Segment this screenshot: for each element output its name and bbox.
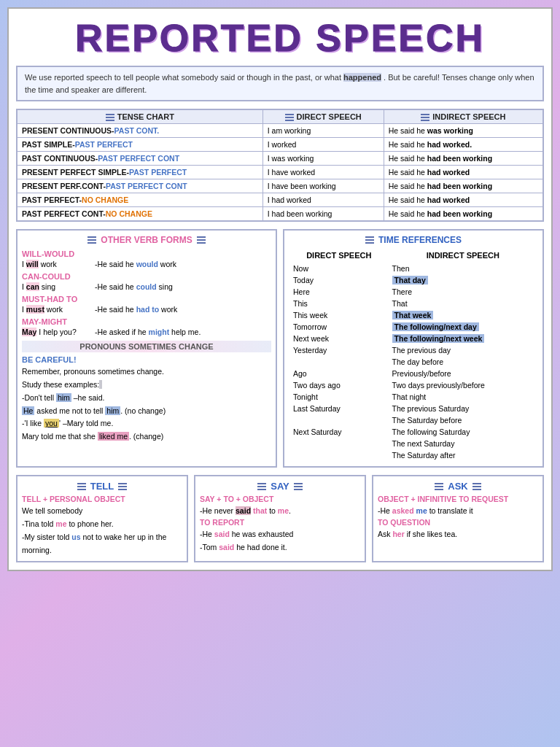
time-indirect: That bbox=[389, 298, 537, 309]
bottom-section: TELL TELL + PERSONAL OBJECT We tell some… bbox=[16, 475, 544, 562]
page-title: REPORTED SPEECH bbox=[16, 16, 544, 60]
say-box: SAY SAY + TO + OBJECT -He never said tha… bbox=[194, 475, 366, 562]
ask-box: ASK OBJECT + INFINITIVE TO REQUEST -He a… bbox=[372, 475, 544, 562]
verb-category-name: MUST-HAD TO bbox=[22, 295, 271, 303]
tense-chart-header: TENSE CHART bbox=[117, 112, 174, 121]
indirect-cell: He said he had worked bbox=[384, 193, 543, 207]
verb-row: I can sing-He said he could sing bbox=[22, 282, 271, 291]
indirect-speech-header: INDIRECT SPEECH bbox=[432, 112, 505, 121]
direct-speech-header: DIRECT SPEECH bbox=[297, 112, 362, 121]
time-indirect: Two days previously/before bbox=[389, 380, 537, 390]
time-direct: Now bbox=[290, 263, 388, 274]
indirect-cell: He said he had worked. bbox=[384, 138, 543, 152]
verb-category-name: MAY-MIGHT bbox=[22, 317, 271, 326]
indirect-cell: He said he had been working bbox=[384, 207, 543, 222]
time-indirect: The following/next day bbox=[389, 322, 537, 332]
tell-header: TELL bbox=[22, 481, 182, 492]
verb-row: I will work-He said he would work bbox=[22, 260, 271, 268]
time-direct bbox=[290, 415, 388, 425]
time-indirect: There bbox=[389, 287, 537, 297]
time-ref-header: TIME REFERENCES bbox=[289, 235, 538, 245]
direct-cell: I have been working bbox=[262, 179, 384, 193]
time-col2: INDIRECT SPEECH bbox=[389, 251, 537, 262]
time-indirect: The following/next week bbox=[389, 333, 537, 344]
direct-cell: I had worked bbox=[262, 193, 384, 207]
verb-row: May I help you?-He asked if he might hel… bbox=[22, 328, 271, 336]
time-direct: Yesterday bbox=[290, 345, 388, 355]
time-direct: This bbox=[290, 298, 388, 309]
time-indirect: The day before bbox=[389, 357, 537, 367]
direct-cell: I am working bbox=[262, 124, 384, 138]
time-direct: Next week bbox=[290, 333, 388, 344]
tense-cell: PAST SIMPLE-PAST PERFECT bbox=[17, 138, 262, 152]
direct-cell: I was working bbox=[262, 152, 384, 166]
tense-cell: PRESENT CONTINUOUS-PAST CONT. bbox=[17, 124, 262, 138]
intro-text2: happened bbox=[343, 73, 381, 82]
lower-section: OTHER VERB FORMS WILL-WOULDI will work-H… bbox=[16, 229, 544, 468]
direct-cell: I had been working bbox=[262, 207, 384, 222]
verb-category-block: MAY-MIGHTMay I help you?-He asked if he … bbox=[22, 317, 271, 336]
time-indirect: Previously/before bbox=[389, 368, 537, 379]
verb-forms-header: OTHER VERB FORMS bbox=[22, 235, 271, 245]
verb-row: I must work-He said he had to work bbox=[22, 305, 271, 314]
time-direct bbox=[290, 357, 388, 367]
direct-cell: I worked bbox=[262, 138, 384, 152]
say-header: SAY bbox=[200, 481, 360, 492]
intro-box: We use reported speech to tell people wh… bbox=[16, 66, 544, 101]
intro-text1: We use reported speech to tell people wh… bbox=[25, 73, 341, 82]
tense-cell: PRESENT PERF.CONT-PAST PERFECT CONT bbox=[17, 179, 262, 193]
direct-cell: I have worked bbox=[262, 166, 384, 179]
time-direct: Today bbox=[290, 275, 388, 285]
ask-subheader1: OBJECT + INFINITIVE TO REQUEST bbox=[378, 495, 538, 503]
tell-box: TELL TELL + PERSONAL OBJECT We tell some… bbox=[16, 475, 188, 562]
verb-category-block: WILL-WOULDI will work-He said he would w… bbox=[22, 249, 271, 268]
verb-category-block: CAN-COULDI can sing-He said he could sin… bbox=[22, 272, 271, 291]
page: REPORTED SPEECH We use reported speech t… bbox=[7, 7, 553, 571]
time-indirect: The next Saturday bbox=[389, 438, 537, 449]
indirect-cell: He said he had worked bbox=[384, 166, 543, 179]
tell-text: We tell somebody -Tina told me to phone … bbox=[22, 505, 182, 557]
time-direct: Here bbox=[290, 287, 388, 297]
time-indirect: The Saturday after bbox=[389, 450, 537, 460]
be-careful: BE CAREFUL! bbox=[22, 355, 271, 364]
time-direct: Two days ago bbox=[290, 380, 388, 390]
ask-header: ASK bbox=[378, 481, 538, 492]
say-subheader1: SAY + TO + OBJECT bbox=[200, 495, 360, 503]
tense-chart: TENSE CHART DIRECT SPEECH INDIRECT SPEEC… bbox=[16, 109, 544, 222]
tense-cell: PAST CONTINUOUS-PAST PERFECT CONT bbox=[17, 152, 262, 166]
tense-cell: PAST PERFECT-NO CHANGE bbox=[17, 193, 262, 207]
indirect-cell: He said he was working bbox=[384, 124, 543, 138]
time-direct bbox=[290, 450, 388, 460]
time-col1: DIRECT SPEECH bbox=[290, 251, 388, 262]
tell-subheader: TELL + PERSONAL OBJECT bbox=[22, 495, 182, 503]
time-indirect: That week bbox=[389, 310, 537, 320]
time-indirect: The previous Saturday bbox=[389, 403, 537, 414]
time-indirect: That night bbox=[389, 392, 537, 402]
time-indirect: The following Saturday bbox=[389, 427, 537, 437]
verb-forms-box: OTHER VERB FORMS WILL-WOULDI will work-H… bbox=[16, 229, 277, 468]
time-direct bbox=[290, 438, 388, 449]
verb-category-name: CAN-COULD bbox=[22, 272, 271, 281]
indirect-cell: He said he had been working bbox=[384, 152, 543, 166]
indirect-cell: He said he had been working bbox=[384, 179, 543, 193]
time-direct: Tomorrow bbox=[290, 322, 388, 332]
time-indirect: The Saturday before bbox=[389, 415, 537, 425]
say-text: -He never said that to me. bbox=[200, 505, 360, 518]
verb-category-name: WILL-WOULD bbox=[22, 249, 271, 258]
time-indirect: Then bbox=[389, 263, 537, 274]
tense-cell: PAST PERFECT CONT-NO CHANGE bbox=[17, 207, 262, 222]
time-table: DIRECT SPEECH INDIRECT SPEECH NowThenTod… bbox=[289, 249, 538, 462]
time-direct: Tonight bbox=[290, 392, 388, 402]
time-direct: Last Saturday bbox=[290, 403, 388, 414]
time-direct: Ago bbox=[290, 368, 388, 379]
say-subheader2: TO REPORT bbox=[200, 518, 360, 527]
time-indirect: The previous day bbox=[389, 345, 537, 355]
verb-category-block: MUST-HAD TOI must work-He said he had to… bbox=[22, 295, 271, 314]
time-direct: This week bbox=[290, 310, 388, 320]
pronouns-header: PRONOUNS SOMETIMES CHANGE bbox=[22, 341, 271, 352]
time-indirect: That day bbox=[389, 275, 537, 285]
pronoun-text: Remember, pronouns sometimes change. Stu… bbox=[22, 365, 271, 444]
ask-subheader2: TO QUESTION bbox=[378, 518, 538, 527]
time-ref-box: TIME REFERENCES DIRECT SPEECH INDIRECT S… bbox=[283, 229, 544, 468]
time-direct: Next Saturday bbox=[290, 427, 388, 437]
